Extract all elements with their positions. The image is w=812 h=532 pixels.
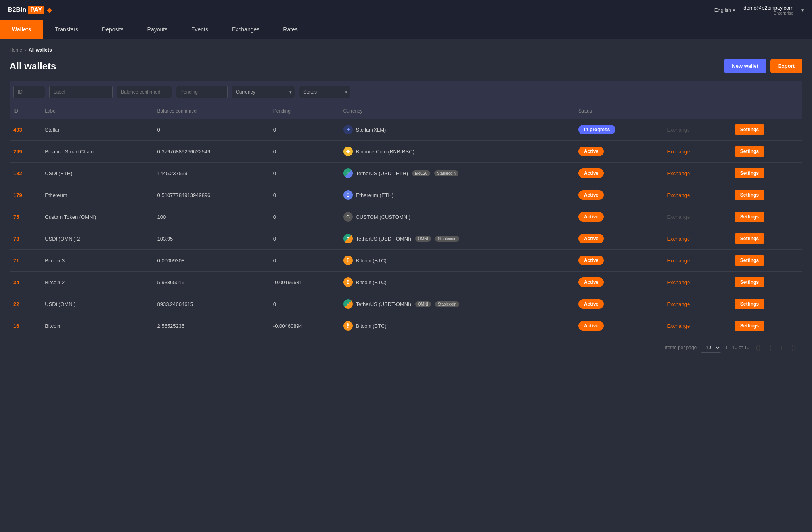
filter-id-input[interactable] xyxy=(13,86,45,98)
cell-settings: Settings xyxy=(731,315,802,337)
cell-currency: ₿ Bitcoin (BTC) xyxy=(339,272,575,293)
exchange-button[interactable]: Exchange xyxy=(664,256,693,266)
pagination-prev-button[interactable]: ⟨ xyxy=(767,343,774,352)
status-badge: Active xyxy=(578,277,604,287)
settings-button[interactable]: Settings xyxy=(735,233,764,244)
settings-button[interactable]: Settings xyxy=(735,212,764,222)
pagination-range: 1 - 10 of 10 xyxy=(725,345,749,350)
wallet-id-link[interactable]: 22 xyxy=(13,301,19,307)
new-wallet-button[interactable]: New wallet xyxy=(724,59,766,73)
pagination-last-button[interactable]: ⟩⟩ xyxy=(789,343,799,352)
pagination-next-button[interactable]: ⟩ xyxy=(778,343,785,352)
cell-status: Active xyxy=(575,315,660,337)
pagination-first-button[interactable]: ⟨⟨ xyxy=(753,343,763,352)
filter-currency-select[interactable]: Currency xyxy=(232,86,295,98)
table-row: 73 USDt (OMNI) 2 103.95 0 T TetherUS (US… xyxy=(10,228,802,250)
cell-exchange: Exchange xyxy=(660,228,730,250)
cell-balance: 103.95 xyxy=(153,228,269,250)
nav-item-transfers[interactable]: Transfers xyxy=(43,20,90,39)
exchange-button[interactable]: Exchange xyxy=(664,168,693,178)
exchange-button[interactable]: Exchange xyxy=(664,190,693,200)
col-balance: Balance confirmed xyxy=(153,103,269,119)
currency-name: Bitcoin (BTC) xyxy=(356,258,387,264)
exchange-button[interactable]: Exchange xyxy=(664,321,693,331)
cell-id: 299 xyxy=(10,141,41,163)
settings-button[interactable]: Settings xyxy=(735,190,764,200)
cell-exchange: Exchange xyxy=(660,141,730,163)
table-row: 75 Custom Token (OMNI) 100 0 C CUSTOM (C… xyxy=(10,206,802,228)
nav-item-events[interactable]: Events xyxy=(179,20,220,39)
cell-exchange: Exchange xyxy=(660,163,730,184)
nav-item-payouts[interactable]: Payouts xyxy=(136,20,180,39)
cell-id: 182 xyxy=(10,163,41,184)
status-badge: Active xyxy=(578,321,604,331)
user-chevron-icon: ▾ xyxy=(801,7,804,13)
cell-status: Active xyxy=(575,184,660,206)
cell-currency: C CUSTOM (CUSTOMNI) xyxy=(339,206,575,228)
filter-pending-input[interactable] xyxy=(176,86,228,98)
cell-balance: 8933.24664615 xyxy=(153,293,269,315)
filter-label-input[interactable] xyxy=(49,86,113,98)
settings-button[interactable]: Settings xyxy=(735,146,764,157)
currency-name: Binance Coin (BNB-BSC) xyxy=(356,149,414,155)
cell-exchange: Exchange xyxy=(660,206,730,228)
currency-name: Bitcoin (BTC) xyxy=(356,323,387,329)
cell-label: Bitcoin 3 xyxy=(41,250,153,272)
nav-item-exchanges[interactable]: Exchanges xyxy=(220,20,271,39)
wallet-id-link[interactable]: 75 xyxy=(13,214,19,220)
col-status: Status xyxy=(575,103,660,119)
pagination-items-select[interactable]: 10 25 50 xyxy=(701,343,721,353)
wallet-id-link[interactable]: 71 xyxy=(13,258,19,264)
cell-settings: Settings xyxy=(731,184,802,206)
cell-pending: -0.00199631 xyxy=(269,272,339,293)
breadcrumb-separator: › xyxy=(25,47,26,53)
wallet-id-link[interactable]: 16 xyxy=(13,323,19,329)
status-badge: Active xyxy=(578,212,604,222)
wallet-id-link[interactable]: 403 xyxy=(13,127,22,133)
export-button[interactable]: Export xyxy=(770,59,802,73)
breadcrumb-home[interactable]: Home xyxy=(10,47,22,53)
cell-status: Active xyxy=(575,141,660,163)
wallet-id-link[interactable]: 179 xyxy=(13,192,22,198)
cell-balance: 0.37976889266622549 xyxy=(153,141,269,163)
wallet-id-link[interactable]: 299 xyxy=(13,149,22,155)
cell-id: 73 xyxy=(10,228,41,250)
exchange-button[interactable]: Exchange xyxy=(664,299,693,309)
nav-item-wallets[interactable]: Wallets xyxy=(0,20,43,39)
currency-icon: ✦ xyxy=(343,125,353,134)
nav-item-rates[interactable]: Rates xyxy=(271,20,310,39)
currency-icon: C xyxy=(343,212,353,222)
nav-item-deposits[interactable]: Deposits xyxy=(90,20,135,39)
status-badge: Active xyxy=(578,299,604,309)
exchange-button[interactable]: Exchange xyxy=(664,277,693,287)
exchange-button[interactable]: Exchange xyxy=(664,147,693,157)
filter-status-select[interactable]: Status xyxy=(299,86,350,98)
currency-tag: ERC20 xyxy=(412,170,430,176)
logo-b2bin-text: B2Bin xyxy=(8,6,26,13)
cell-exchange: Exchange xyxy=(660,184,730,206)
settings-button[interactable]: Settings xyxy=(735,277,764,287)
header-actions: New wallet Export xyxy=(724,59,802,73)
cell-id: 34 xyxy=(10,272,41,293)
filter-balance-input[interactable] xyxy=(117,86,172,98)
wallet-id-link[interactable]: 73 xyxy=(13,236,19,242)
status-badge: Active xyxy=(578,147,604,156)
settings-button[interactable]: Settings xyxy=(735,255,764,266)
cell-pending: 0 xyxy=(269,163,339,184)
wallet-id-link[interactable]: 182 xyxy=(13,170,22,176)
settings-button[interactable]: Settings xyxy=(735,168,764,178)
pagination: Items per page 10 25 50 1 - 10 of 10 ⟨⟨ … xyxy=(10,337,802,358)
col-exchange-header xyxy=(660,103,730,119)
cell-currency: T TetherUS (USDT-OMNI) OMNIStablecoin xyxy=(339,293,575,315)
exchange-button[interactable]: Exchange xyxy=(664,234,693,244)
cell-status: In progress xyxy=(575,119,660,141)
settings-button[interactable]: Settings xyxy=(735,124,764,135)
language-selector[interactable]: English ▾ xyxy=(714,7,736,13)
wallet-id-link[interactable]: 34 xyxy=(13,279,19,285)
cell-settings: Settings xyxy=(731,119,802,141)
settings-button[interactable]: Settings xyxy=(735,299,764,309)
cell-status: Active xyxy=(575,272,660,293)
cell-settings: Settings xyxy=(731,272,802,293)
cell-settings: Settings xyxy=(731,206,802,228)
settings-button[interactable]: Settings xyxy=(735,321,764,331)
